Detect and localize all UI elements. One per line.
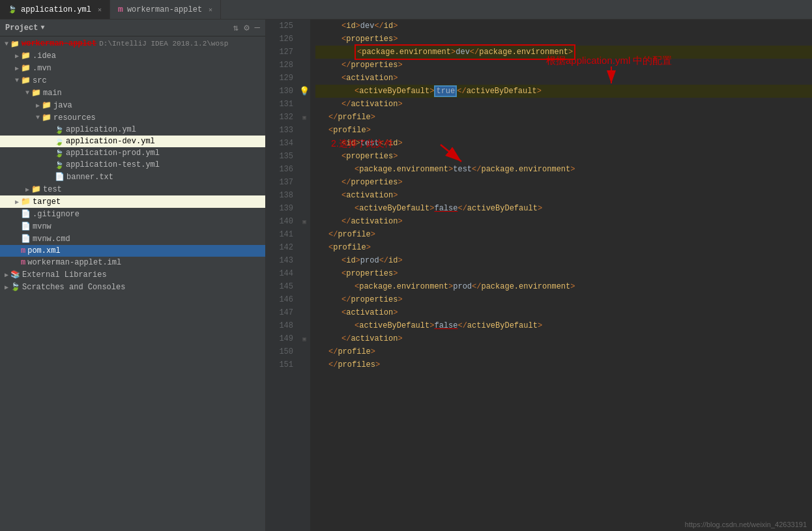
sidebar-item-external-libs[interactable]: ▶ 📚 External Libraries: [0, 268, 265, 281]
ln-142: 142: [266, 241, 293, 254]
sidebar-item-main[interactable]: ▼ 📁 main: [0, 87, 265, 99]
sidebar-item-src[interactable]: ▼ 📁 src: [0, 74, 265, 87]
mvnw-label: mvnw: [33, 222, 51, 231]
tab-application-yml-label: application.yml: [21, 5, 91, 14]
minimize-icon[interactable]: —: [255, 22, 260, 33]
code-line-125: <id>dev</id>: [315, 20, 812, 33]
expand-arrow: ▼: [3, 40, 10, 48]
code-line-133: <profile>: [315, 124, 812, 137]
root-label: workerman-applet: [22, 39, 96, 48]
ln-135: 135: [266, 150, 293, 163]
code-line-135: <properties>: [315, 150, 812, 163]
g135: [298, 150, 310, 163]
ln-125: 125: [266, 20, 293, 33]
code-line-127: <package.environment>dev</package.enviro…: [315, 46, 812, 59]
g143: [298, 254, 310, 267]
sidebar-item-workerman-root[interactable]: ▼ 📁 workerman-applet D:\IntelliJ IDEA 20…: [0, 38, 265, 50]
ln-144: 144: [266, 267, 293, 280]
code-line-148: <activeByDefault>false</activeByDefault>: [315, 319, 812, 332]
g149: ▣: [298, 332, 310, 345]
folder-icon-java: 📁: [42, 100, 51, 110]
code-line-149: </activation>: [315, 332, 812, 345]
java-label: java: [53, 101, 72, 110]
code-line-138: <activation>: [315, 189, 812, 202]
settings-icon[interactable]: ⚙: [244, 22, 249, 33]
sidebar-item-scratches[interactable]: ▶ 🍃 Scratches and Consoles: [0, 281, 265, 293]
main-label: main: [43, 89, 62, 98]
ln-137: 137: [266, 176, 293, 189]
code-container: 125 126 127 128 129 130 131 132 133 134 …: [266, 20, 812, 531]
g145: [298, 280, 310, 293]
fold-icon-132[interactable]: ▣: [302, 114, 306, 121]
code-line-140: </activation>: [315, 215, 812, 228]
sidebar-item-idea[interactable]: ▶ 📁 .idea: [0, 50, 265, 62]
sidebar-item-application-yml[interactable]: 🍃 application.yml: [0, 124, 265, 136]
yml-icon: 🍃: [8, 5, 17, 14]
code-content[interactable]: <id>dev</id> <properties> <package.envir…: [310, 20, 812, 531]
xml-icon-pom: m: [21, 246, 25, 255]
code-line-134: <id>test</id>: [315, 137, 812, 150]
sidebar-item-application-dev-yml[interactable]: 🍃 application-dev.yml: [0, 136, 265, 147]
sidebar-item-test[interactable]: ▶ 📁 test: [0, 183, 265, 195]
code-line-132: </profile>: [315, 111, 812, 124]
code-line-126: <properties>: [315, 33, 812, 46]
expand-arrow-mvn: ▶: [13, 65, 21, 72]
sidebar-item-target[interactable]: ▶ 📁 target: [0, 195, 265, 208]
txt-icon-banner: 📄: [55, 172, 65, 182]
sidebar-item-resources[interactable]: ▼ 📁 resources: [0, 111, 265, 124]
fold-icon-140[interactable]: ▣: [302, 218, 306, 225]
sidebar-item-mvn[interactable]: ▶ 📁 .mvn: [0, 62, 265, 74]
yml-icon-test: 🍃: [55, 161, 64, 169]
expand-arrow-main: ▼: [23, 89, 31, 96]
scratch-icon: 🍃: [10, 282, 20, 292]
tab-close-yml[interactable]: ✕: [98, 6, 102, 14]
resources-label: resources: [53, 113, 96, 122]
g136: [298, 163, 310, 176]
yml-icon-dev: 🍃: [55, 137, 64, 146]
fold-icon-149[interactable]: ▣: [302, 336, 306, 343]
idea-label: .idea: [33, 51, 56, 61]
g128: [298, 59, 310, 72]
ln-127: 127: [266, 46, 293, 59]
ln-139: 139: [266, 202, 293, 215]
ln-145: 145: [266, 280, 293, 293]
application-test-yml-label: application-test.yml: [66, 160, 160, 169]
code-line-139: <activeByDefault>false</activeByDefault>: [315, 202, 812, 215]
lightbulb-icon[interactable]: 💡: [299, 86, 310, 96]
true-highlight: true: [434, 85, 457, 97]
sidebar-item-mvnw[interactable]: 📄 mvnw: [0, 220, 265, 233]
sidebar-item-application-test-yml[interactable]: 🍃 application-test.yml: [0, 159, 265, 171]
tab-workerman-applet[interactable]: m workerman-applet ✕: [110, 0, 221, 19]
sidebar-item-iml[interactable]: m workerman-applet.iml: [0, 257, 265, 268]
folder-icon-target: 📁: [21, 197, 31, 207]
expand-arrow-java: ▶: [34, 102, 42, 109]
ln-133: 133: [266, 124, 293, 137]
mvn-label: .mvn: [33, 64, 51, 73]
expand-arrow-idea: ▶: [13, 52, 21, 60]
code-line-142: <profile>: [315, 241, 812, 254]
external-libs-label: External Libraries: [22, 270, 107, 280]
sidebar-item-java[interactable]: ▶ 📁 java: [0, 99, 265, 111]
sidebar-item-pom-xml[interactable]: m pom.xml: [0, 245, 265, 257]
code-line-147: <activation>: [315, 306, 812, 319]
ln-130: 130: [266, 85, 293, 98]
sidebar-title: Project ▼: [5, 23, 44, 33]
ln-129: 129: [266, 72, 293, 85]
tab-close-m[interactable]: ✕: [209, 6, 212, 14]
sidebar-item-gitignore[interactable]: 📄 .gitignore: [0, 208, 265, 220]
collapse-icon[interactable]: ⇅: [233, 22, 239, 33]
application-yml-label: application.yml: [66, 125, 136, 134]
expand-arrow-src: ▼: [13, 77, 21, 84]
sidebar-item-banner-txt[interactable]: 📄 banner.txt: [0, 171, 265, 183]
sidebar-item-mvnw-cmd[interactable]: 📄 mvnw.cmd: [0, 233, 265, 245]
gitignore-label: .gitignore: [33, 210, 80, 219]
expand-arrow-target: ▶: [13, 198, 21, 206]
code-line-144: <properties>: [315, 267, 812, 280]
ln-131: 131: [266, 98, 293, 111]
project-label: Project: [5, 23, 38, 33]
tab-application-yml[interactable]: 🍃 application.yml ✕: [0, 0, 110, 19]
g138: [298, 189, 310, 202]
tree: ▼ 📁 workerman-applet D:\IntelliJ IDEA 20…: [0, 36, 265, 294]
folder-icon-root: 📁: [10, 40, 20, 48]
sidebar-item-application-prod-yml[interactable]: 🍃 application-prod.yml: [0, 147, 265, 159]
